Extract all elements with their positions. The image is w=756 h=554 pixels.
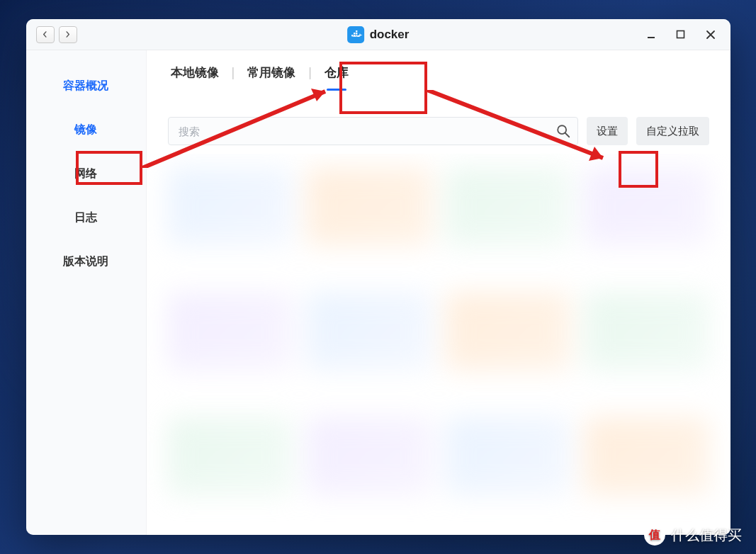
minimize-icon [646, 30, 656, 40]
sidebar-item-log[interactable]: 日志 [26, 198, 146, 237]
close-button[interactable] [701, 25, 721, 45]
search-input[interactable] [168, 117, 578, 145]
sidebar-item-container-overview[interactable]: 容器概况 [26, 66, 146, 106]
window-title-group: docker [347, 26, 410, 43]
search-icon [555, 123, 571, 139]
svg-line-3 [565, 133, 569, 137]
main-panel: 本地镜像 | 常用镜像 | 仓库 设置 自定义拉取 [147, 50, 730, 535]
window-title: docker [370, 28, 410, 42]
chevron-right-icon [64, 31, 71, 38]
window-controls [641, 25, 721, 45]
maximize-icon [676, 30, 685, 39]
settings-button[interactable]: 设置 [587, 117, 628, 145]
tab-bar: 本地镜像 | 常用镜像 | 仓库 [147, 50, 730, 94]
chevron-left-icon [42, 31, 48, 38]
svg-rect-1 [677, 31, 684, 38]
docker-icon [347, 26, 364, 43]
toolbar: 设置 自定义拉取 [147, 94, 730, 154]
nav-button-group [36, 26, 77, 43]
tab-repository[interactable]: 仓库 [322, 59, 351, 86]
sidebar-item-network[interactable]: 网络 [26, 154, 146, 193]
custom-pull-button[interactable]: 自定义拉取 [636, 117, 709, 145]
body-area: 容器概况 镜像 网络 日志 版本说明 本地镜像 | 常用镜像 | 仓库 设置 自… [26, 50, 730, 535]
tab-separator: | [308, 65, 312, 80]
svg-rect-0 [648, 37, 655, 38]
maximize-button[interactable] [671, 25, 691, 45]
close-icon [706, 30, 716, 40]
app-window: docker 容器概况 镜像 网络 日志 版本说明 本地镜像 | [26, 19, 730, 535]
nav-forward-button[interactable] [59, 26, 77, 43]
sidebar-item-version[interactable]: 版本说明 [26, 242, 146, 281]
sidebar: 容器概况 镜像 网络 日志 版本说明 [26, 50, 147, 535]
search-wrapper [168, 117, 578, 145]
content-area-blurred [147, 154, 730, 535]
titlebar: docker [26, 19, 730, 50]
tab-local-mirror[interactable]: 本地镜像 [168, 59, 222, 86]
watermark-badge: 值 [644, 524, 665, 545]
watermark: 值 什么值得买 [644, 524, 742, 545]
nav-back-button[interactable] [36, 26, 55, 43]
watermark-text: 什么值得买 [671, 526, 742, 545]
tab-separator: | [232, 65, 235, 80]
blurred-card-grid [168, 168, 709, 521]
tab-common-mirror[interactable]: 常用镜像 [244, 59, 298, 86]
sidebar-item-mirror[interactable]: 镜像 [26, 110, 146, 149]
minimize-button[interactable] [641, 25, 661, 45]
